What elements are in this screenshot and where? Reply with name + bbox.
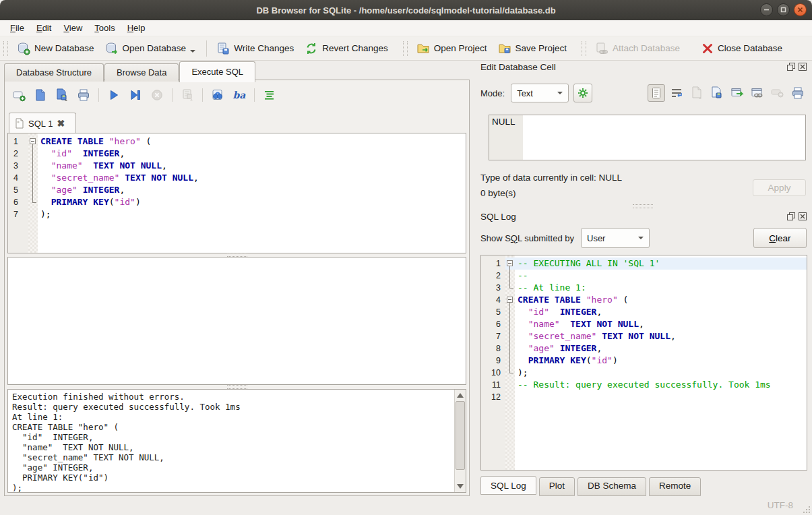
execute-all-button[interactable]	[105, 86, 123, 104]
execute-all-icon	[108, 89, 120, 101]
open-project-label: Open Project	[434, 43, 487, 53]
tab-database-structure[interactable]: Database Structure	[4, 63, 104, 82]
edit-cell-panel-title: Edit Database Cell	[480, 62, 556, 72]
link-icon	[751, 87, 764, 99]
copy-link-button[interactable]	[749, 84, 766, 102]
open-project-icon	[416, 42, 430, 55]
print-cell-button[interactable]	[789, 84, 807, 102]
print-button[interactable]	[75, 86, 92, 104]
close-panel-icon[interactable]	[799, 63, 807, 71]
resize-grip-icon[interactable]	[802, 505, 810, 513]
clear-log-button[interactable]: Clear	[753, 228, 807, 248]
text-document-icon	[651, 87, 662, 99]
scrollbar-thumb[interactable]	[456, 401, 465, 470]
vertical-scrollbar[interactable]	[454, 390, 466, 492]
open-database-icon	[105, 42, 119, 55]
tab-execute-sql[interactable]: Execute SQL	[179, 61, 255, 82]
maximize-icon	[780, 7, 786, 13]
right-dock: Edit Database Cell Mode: Text	[474, 61, 812, 496]
cell-value-editor[interactable]: NULL	[489, 115, 806, 160]
stop-button	[148, 86, 166, 104]
auto-switch-mode-button[interactable]	[573, 84, 592, 102]
save-project-button[interactable]: Save Project	[493, 39, 573, 58]
float-panel-icon[interactable]	[787, 63, 795, 71]
submitted-by-combobox[interactable]: User	[581, 228, 650, 248]
write-changes-button[interactable]: Write Changes	[211, 39, 299, 58]
dock-tab-sql-log[interactable]: SQL Log	[480, 476, 536, 495]
execution-message-box[interactable]: Execution finished without errors.Result…	[7, 389, 466, 493]
dock-tab-remote[interactable]: Remote	[649, 477, 701, 496]
replace-icon: ba	[233, 90, 246, 100]
mode-value: Text	[517, 88, 533, 98]
toolbar-separator	[202, 88, 203, 102]
main-toolbar: New Database Open Database Write Changes…	[0, 36, 812, 61]
status-bar: UTF-8	[0, 496, 812, 515]
toolbar-separator	[98, 88, 99, 102]
find-button[interactable]	[209, 86, 226, 104]
menu-help[interactable]: Help	[121, 22, 152, 34]
new-database-button[interactable]: New Database	[11, 39, 100, 58]
dock-tab-db-schema[interactable]: DB Schema	[577, 477, 646, 496]
open-project-button[interactable]: Open Project	[411, 39, 493, 58]
export-cell-data-button[interactable]	[708, 84, 726, 102]
toolbar-drag-handle[interactable]	[3, 41, 8, 56]
menu-view[interactable]: View	[57, 22, 88, 34]
new-database-label: New Database	[34, 43, 94, 53]
write-changes-icon	[216, 42, 230, 55]
close-button[interactable]	[794, 3, 807, 16]
float-panel-icon[interactable]	[787, 212, 795, 220]
close-icon	[797, 7, 803, 13]
open-database-dropdown-icon[interactable]	[190, 50, 195, 53]
scroll-up-icon[interactable]	[457, 393, 464, 398]
mode-combobox[interactable]: Text	[511, 84, 569, 102]
dock-tab-plot[interactable]: Plot	[539, 477, 575, 496]
word-wrap-icon	[670, 87, 683, 99]
close-panel-icon[interactable]	[799, 212, 807, 220]
results-pane[interactable]	[7, 257, 466, 385]
tab-browse-data[interactable]: Browse Data	[104, 63, 179, 82]
cell-value: NULL	[492, 117, 516, 127]
find-icon	[211, 89, 224, 101]
save-project-label: Save Project	[516, 43, 567, 53]
open-sql-file-button[interactable]	[32, 86, 49, 104]
revert-changes-button[interactable]: Revert Changes	[299, 39, 394, 58]
menu-edit[interactable]: Edit	[30, 22, 57, 34]
window-titlebar: DB Browser for SQLite - /home/user/code/…	[0, 0, 812, 20]
sql-log-filter-row: Show SQL submitted by User Clear	[480, 228, 807, 248]
toolbar-drag-handle[interactable]	[582, 41, 586, 56]
format-sql-button[interactable]	[261, 86, 278, 104]
sql1-tab-close-icon[interactable]: ✖	[57, 119, 65, 128]
stop-icon	[151, 89, 163, 101]
set-null-icon	[771, 88, 784, 98]
open-new-tab-button[interactable]	[10, 86, 28, 104]
sql1-tab[interactable]: SQL 1 ✖	[9, 113, 76, 133]
execute-current-line-button[interactable]	[127, 86, 144, 104]
open-database-button[interactable]: Open Database	[100, 39, 203, 58]
new-database-icon	[17, 42, 30, 55]
toolbar-separator	[206, 40, 207, 57]
sql-editor[interactable]: 1CREATE TABLE "hero" (2 "id" INTEGER,3 "…	[7, 133, 466, 253]
save-as-icon	[710, 86, 724, 100]
minimize-button[interactable]	[760, 3, 773, 16]
sql-log-editor[interactable]: 1-- EXECUTING ALL IN 'SQL 1'2--3-- At li…	[480, 255, 807, 471]
maximize-button[interactable]	[777, 3, 790, 16]
open-in-external-button[interactable]	[728, 84, 746, 102]
save-sql-file-button[interactable]	[53, 86, 71, 104]
window-title: DB Browser for SQLite - /home/user/code/…	[256, 5, 555, 16]
dock-splitter-handle[interactable]	[633, 204, 653, 208]
toolbar-separator	[254, 88, 255, 102]
attach-database-icon	[595, 42, 608, 55]
menu-file[interactable]: File	[4, 22, 30, 34]
word-wrap-button[interactable]	[668, 84, 685, 102]
toolbar-drag-handle[interactable]	[403, 41, 408, 56]
import-file-icon	[691, 86, 703, 100]
scroll-down-icon[interactable]	[457, 484, 464, 489]
filter-label: Show SQL submitted by	[480, 233, 574, 243]
menu-tools[interactable]: Tools	[88, 22, 121, 34]
revert-changes-label: Revert Changes	[322, 43, 388, 53]
close-database-button[interactable]: Close Database	[696, 40, 788, 57]
replace-button[interactable]: ba	[230, 86, 248, 104]
execute-current-line-icon	[129, 89, 142, 101]
open-new-tab-icon	[12, 88, 26, 102]
text-mode-toggle-button[interactable]	[648, 84, 665, 102]
